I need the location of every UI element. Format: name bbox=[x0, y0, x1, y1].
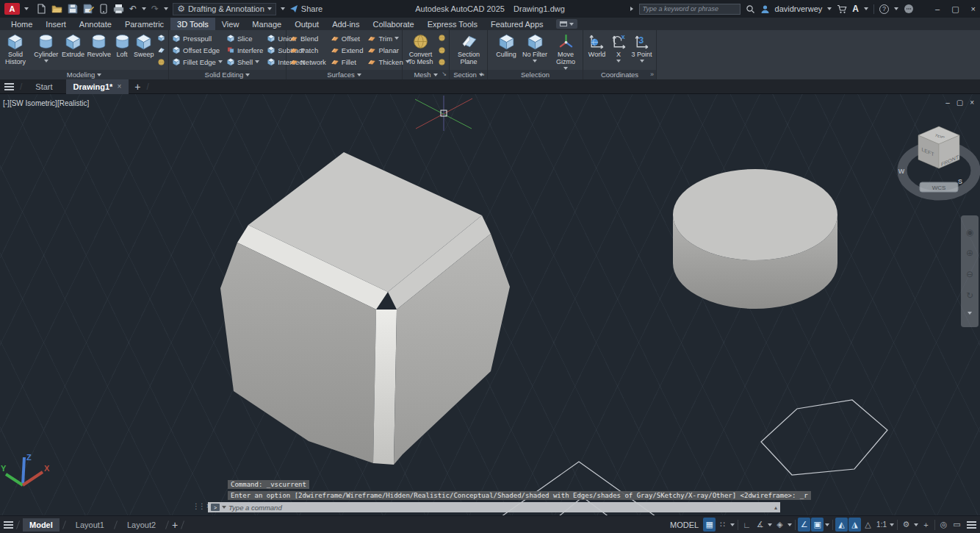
network-button[interactable]: Network bbox=[289, 56, 326, 68]
convert-to-mesh-button[interactable]: Convert To Mesh bbox=[406, 32, 436, 66]
nav-orbit-icon[interactable]: ↻ bbox=[966, 291, 973, 300]
undo-caret-icon[interactable] bbox=[142, 7, 146, 10]
tab-express-tools[interactable]: Express Tools bbox=[421, 18, 484, 30]
tab-3d-tools[interactable]: 3D Tools bbox=[170, 18, 215, 30]
object-snap-caret-icon[interactable] bbox=[824, 518, 830, 532]
undo-icon[interactable]: ↶ bbox=[129, 4, 137, 13]
command-input-bar[interactable]: > ▴ bbox=[208, 502, 780, 512]
nav-zoom-icon[interactable]: ⊖ bbox=[966, 270, 973, 279]
customization-menu-icon[interactable] bbox=[967, 521, 976, 529]
file-tab-menu-icon[interactable] bbox=[4, 83, 14, 90]
shell-button[interactable]: Shell bbox=[226, 56, 263, 68]
restore-button[interactable]: ▢ bbox=[951, 4, 959, 14]
solid-history-button[interactable]: Solid History bbox=[3, 32, 28, 66]
save-as-icon[interactable] bbox=[83, 4, 94, 14]
ucs-3-point-button[interactable]: 3 Point bbox=[630, 32, 654, 62]
layout-menu-icon[interactable] bbox=[4, 521, 13, 529]
file-tab-start[interactable]: Start bbox=[28, 79, 60, 94]
fillet-edge-button[interactable]: Fillet Edge bbox=[172, 56, 223, 68]
world-ucs-button[interactable]: World bbox=[586, 32, 608, 59]
file-tab-drawing1[interactable]: Drawing1* × bbox=[66, 79, 129, 94]
user-avatar-icon[interactable] bbox=[760, 4, 770, 14]
tab-annotate[interactable]: Annotate bbox=[73, 18, 118, 30]
layout-tab-model[interactable]: Model bbox=[23, 518, 60, 532]
fillet-button[interactable]: Fillet bbox=[331, 56, 364, 68]
file-tab-close-icon[interactable]: × bbox=[117, 82, 121, 90]
object-snap-icon[interactable]: ▣ bbox=[811, 518, 824, 532]
redo-icon[interactable]: ↷ bbox=[151, 4, 159, 13]
layout-tab-layout2[interactable]: Layout2 bbox=[120, 518, 162, 532]
patch-button[interactable]: Patch bbox=[289, 44, 326, 56]
plot-icon[interactable] bbox=[113, 4, 124, 14]
navigation-bar[interactable]: ◉ ⊕ ⊖ ↻ bbox=[961, 215, 979, 327]
tab-output[interactable]: Output bbox=[288, 18, 325, 30]
user-menu-caret-icon[interactable] bbox=[827, 7, 832, 10]
help-icon[interactable]: ? bbox=[879, 4, 889, 14]
solid-editing-panel-label[interactable]: Solid Editing bbox=[169, 70, 286, 79]
command-input[interactable] bbox=[228, 504, 772, 512]
viewcube-compass-south[interactable]: S bbox=[958, 178, 962, 185]
solid-box-object[interactable] bbox=[220, 152, 510, 465]
slice-button[interactable]: Slice bbox=[226, 32, 263, 44]
search-collapse-icon[interactable] bbox=[630, 7, 633, 11]
sweep-button[interactable]: Sweep bbox=[133, 32, 155, 59]
snap-toggle-icon[interactable]: ∷ bbox=[716, 518, 729, 532]
mesh-panel-label[interactable]: Mesh ↘ bbox=[403, 70, 449, 79]
save-icon[interactable] bbox=[68, 4, 78, 14]
interfere-button[interactable]: Interfere bbox=[226, 44, 263, 56]
open-from-mobile-icon[interactable] bbox=[99, 4, 108, 14]
nav-more-caret-icon[interactable] bbox=[968, 312, 972, 315]
viewcube-compass-west[interactable]: W bbox=[898, 168, 905, 175]
no-filter-button[interactable]: No Filter bbox=[522, 32, 548, 62]
tab-view[interactable]: View bbox=[215, 18, 246, 30]
open-file-icon[interactable] bbox=[51, 4, 62, 14]
annotation-scale-icon[interactable]: △ bbox=[862, 518, 874, 532]
command-prompt-caret-icon[interactable] bbox=[222, 506, 226, 509]
redo-caret-icon[interactable] bbox=[164, 7, 168, 10]
workspace-gear-caret-icon[interactable] bbox=[913, 518, 919, 532]
grid-toggle-icon[interactable]: ▦ bbox=[703, 518, 716, 532]
viewcube[interactable]: W S TOP LEFT FRONT WCS bbox=[898, 126, 976, 196]
new-file-icon[interactable] bbox=[36, 4, 46, 14]
offset-edge-button[interactable]: Offset Edge bbox=[172, 44, 223, 56]
extend-button[interactable]: Extend bbox=[331, 44, 364, 56]
new-layout-button[interactable]: + bbox=[172, 520, 178, 530]
tab-add-ins[interactable]: Add-ins bbox=[325, 18, 366, 30]
username[interactable]: davidrverwey bbox=[775, 4, 823, 13]
polar-caret-icon[interactable] bbox=[767, 518, 773, 532]
coordinates-panel-label[interactable]: Coordinates » bbox=[583, 70, 656, 79]
annotation-scale-caret-icon[interactable] bbox=[889, 518, 895, 532]
wireframe-hexagon-object[interactable] bbox=[761, 400, 887, 475]
tab-home[interactable]: Home bbox=[4, 18, 39, 30]
annotation-autoscale-icon[interactable]: ◮ bbox=[849, 518, 861, 532]
blend-button[interactable]: Blend bbox=[289, 32, 326, 44]
layout-tab-layout1[interactable]: Layout1 bbox=[69, 518, 111, 532]
snap-caret-icon[interactable] bbox=[729, 518, 735, 532]
viewcube-wcs-label[interactable]: WCS bbox=[932, 185, 946, 191]
annotation-visibility-icon[interactable]: ◭ bbox=[835, 518, 848, 532]
modeling-panel-label[interactable]: Modeling bbox=[0, 70, 168, 79]
ribbon-display-toggle[interactable] bbox=[556, 19, 577, 29]
section-plane-button[interactable]: Section Plane bbox=[453, 32, 484, 66]
viewport-restore-icon[interactable]: ▢ bbox=[956, 99, 963, 107]
isodraft-caret-icon[interactable] bbox=[787, 518, 793, 532]
plane-surface-icon[interactable] bbox=[157, 46, 165, 54]
search-input[interactable] bbox=[639, 4, 741, 15]
isolate-objects-icon[interactable]: ◎ bbox=[937, 518, 950, 532]
annotation-monitor-icon[interactable]: + bbox=[920, 518, 932, 532]
model-space-badge[interactable]: MODEL bbox=[670, 521, 699, 529]
culling-button[interactable]: Culling bbox=[494, 32, 519, 59]
command-prompt-icon[interactable]: > bbox=[211, 504, 220, 511]
autodesk-logo-icon[interactable]: A bbox=[852, 4, 859, 14]
command-history-expand-icon[interactable]: ▴ bbox=[774, 504, 777, 511]
share-button[interactable]: Share bbox=[289, 4, 323, 13]
drawing-viewport[interactable]: [-][SW Isometric][Realistic] – ▢ × bbox=[0, 94, 980, 515]
annotation-scale-value[interactable]: 1:1 bbox=[875, 521, 888, 529]
section-dialog-launcher-icon[interactable]: ↘ bbox=[480, 71, 485, 77]
workspace-extra-caret-icon[interactable] bbox=[281, 7, 285, 10]
autodesk-caret-icon[interactable] bbox=[864, 7, 868, 10]
polysolid-icon[interactable] bbox=[157, 34, 165, 42]
nav-pan-icon[interactable]: ⊕ bbox=[966, 248, 973, 257]
solid-cylinder-object[interactable] bbox=[673, 169, 837, 309]
coordinates-expand-icon[interactable]: » bbox=[650, 71, 654, 78]
